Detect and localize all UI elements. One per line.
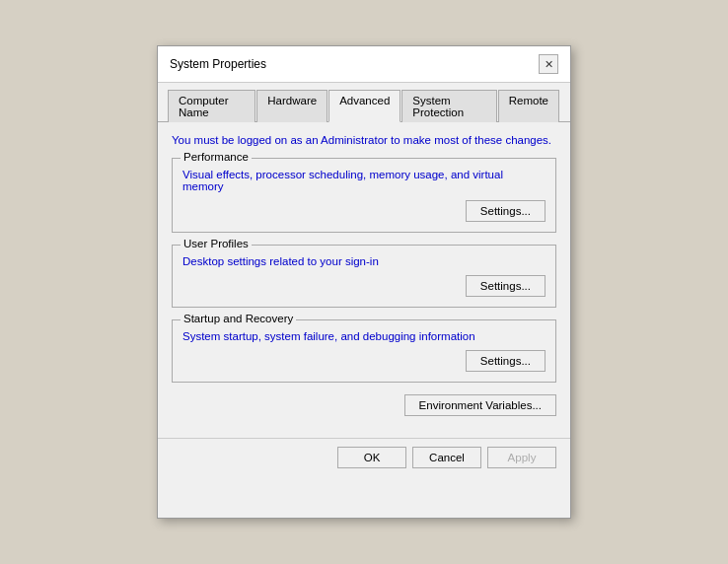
environment-variables-row: Environment Variables... [172,394,556,416]
tab-remote[interactable]: Remote [498,90,559,122]
cancel-button[interactable]: Cancel [412,447,481,468]
tab-content: You must be logged on as an Administrato… [158,122,570,438]
startup-recovery-group-title: Startup and Recovery [181,313,296,324]
tab-bar: Computer Name Hardware Advanced System P… [158,83,570,122]
user-profiles-group-title: User Profiles [181,238,252,249]
performance-description: Visual effects, processor scheduling, me… [182,169,546,192]
tab-advanced[interactable]: Advanced [328,90,400,122]
admin-info-text: You must be logged on as an Administrato… [172,134,556,146]
dialog-footer: OK Cancel Apply [158,438,570,476]
performance-settings-button[interactable]: Settings... [466,200,546,222]
user-profiles-settings-button[interactable]: Settings... [466,275,546,297]
ok-button[interactable]: OK [337,447,406,468]
environment-variables-button[interactable]: Environment Variables... [404,394,556,416]
user-profiles-description: Desktop settings related to your sign-in [182,255,546,267]
system-properties-dialog: System Properties ✕ Computer Name Hardwa… [157,45,571,519]
startup-recovery-settings-button[interactable]: Settings... [466,350,546,372]
tab-computer-name[interactable]: Computer Name [168,90,255,122]
close-button[interactable]: ✕ [539,54,558,74]
performance-group-title: Performance [181,151,252,163]
title-bar: System Properties ✕ [158,46,570,83]
apply-button[interactable]: Apply [487,447,556,468]
dialog-title: System Properties [170,57,266,71]
startup-recovery-description: System startup, system failure, and debu… [182,330,546,342]
user-profiles-group: User Profiles Desktop settings related t… [172,245,556,308]
tab-hardware[interactable]: Hardware [256,90,328,122]
tab-system-protection[interactable]: System Protection [401,90,496,122]
startup-recovery-group: Startup and Recovery System startup, sys… [172,319,556,383]
performance-group: Performance Visual effects, processor sc… [172,158,556,233]
